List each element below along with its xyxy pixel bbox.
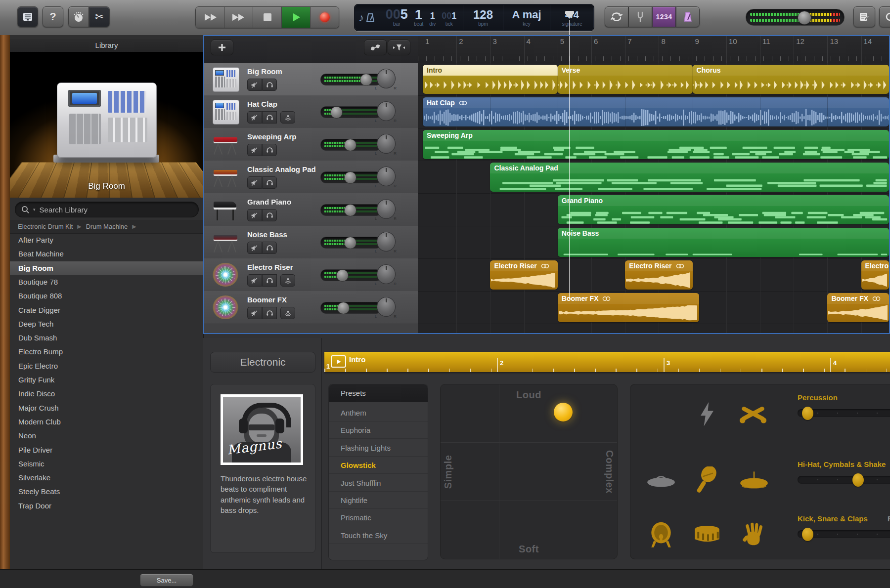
count-in-button[interactable]: 1234: [652, 6, 676, 27]
library-item[interactable]: Crate Digger: [10, 303, 203, 317]
preset-item[interactable]: Euphoria: [329, 421, 428, 439]
xy-pad[interactable]: Loud Soft Simple Complex: [440, 384, 618, 559]
mute-button[interactable]: [247, 242, 262, 254]
volume-knob[interactable]: [330, 106, 343, 119]
preset-item[interactable]: Nightlife: [329, 492, 428, 509]
play-button[interactable]: [282, 7, 311, 28]
drum-volume-slider[interactable]: [798, 409, 890, 417]
breadcrumb-item[interactable]: Electronic Drum Kit: [18, 223, 73, 230]
add-track-button[interactable]: [211, 40, 233, 55]
input-button[interactable]: [280, 111, 295, 124]
library-toggle-button[interactable]: [17, 6, 38, 27]
automation-button[interactable]: [364, 40, 387, 55]
editors-button[interactable]: ✂: [89, 6, 110, 27]
volume-slider[interactable]: [320, 302, 382, 314]
region-chorus[interactable]: Chorus: [693, 65, 889, 94]
track-header-classic-analog-pad[interactable]: Classic Analog PadLR: [203, 161, 418, 194]
solo-button[interactable]: [262, 274, 277, 287]
pan-knob[interactable]: LR: [374, 231, 397, 253]
maraca-icon[interactable]: [696, 466, 718, 495]
cycle-button[interactable]: [605, 6, 628, 27]
drumsticks-icon[interactable]: [739, 401, 767, 427]
cymbal-icon[interactable]: [739, 469, 769, 493]
library-item[interactable]: Seismic: [10, 457, 203, 471]
preset-item[interactable]: Prismatic: [329, 509, 428, 526]
track-header-hat-clap[interactable]: Hat ClapLR: [203, 95, 418, 128]
library-item[interactable]: Boutique 78: [10, 275, 203, 289]
record-button[interactable]: [311, 7, 339, 28]
drum-volume-slider[interactable]: [798, 530, 890, 538]
volume-slider[interactable]: [320, 171, 382, 183]
region-electro[interactable]: Electro: [861, 260, 889, 290]
volume-slider[interactable]: [320, 74, 382, 85]
solo-button[interactable]: [262, 242, 277, 254]
region-boomer-fx[interactable]: Boomer FX: [558, 293, 699, 322]
smart-controls-button[interactable]: [68, 6, 89, 27]
library-item[interactable]: Beat Machine: [10, 247, 203, 261]
library-item[interactable]: Gritty Funk: [10, 373, 203, 387]
volume-knob[interactable]: [360, 74, 372, 86]
library-item[interactable]: Deep Tech: [10, 317, 203, 331]
solo-button[interactable]: [262, 79, 277, 91]
track-header-electro-riser[interactable]: Electro RiserLR: [203, 258, 418, 292]
track-header-grand-piano[interactable]: Grand PianoLR: [203, 193, 418, 226]
mute-button[interactable]: [247, 79, 262, 91]
pan-knob[interactable]: LR: [374, 133, 397, 156]
drum-volume-knob[interactable]: [802, 407, 813, 420]
mute-button[interactable]: [247, 111, 262, 124]
region-classic-analog-pad[interactable]: Classic Analog Pad: [490, 163, 889, 192]
preset-item[interactable]: Anthem: [329, 404, 428, 421]
mute-button[interactable]: [247, 209, 262, 221]
timeline-ruler[interactable]: 1234567891011121314: [418, 35, 890, 63]
lcd-tempo[interactable]: 128bpm: [463, 4, 503, 31]
region-electro-riser[interactable]: Electro Riser: [490, 260, 557, 290]
snare-icon[interactable]: [693, 524, 721, 546]
volume-knob[interactable]: [344, 171, 356, 184]
solo-button[interactable]: [262, 307, 277, 319]
forward-button[interactable]: [224, 7, 253, 28]
lcd-mode-icon[interactable]: ♪: [355, 4, 379, 31]
mute-button[interactable]: [247, 144, 262, 156]
solo-button[interactable]: [262, 111, 277, 124]
input-button[interactable]: [280, 274, 295, 287]
library-item[interactable]: Boutique 808: [10, 289, 203, 303]
volume-knob[interactable]: [336, 269, 349, 282]
mini-timeline[interactable]: Intro 1234: [324, 352, 890, 372]
mute-button[interactable]: [247, 274, 262, 287]
kickdrum-icon[interactable]: [650, 521, 672, 549]
library-item[interactable]: Trap Door: [10, 499, 203, 513]
library-item[interactable]: Indie Disco: [10, 387, 203, 401]
lcd-position[interactable]: 005bar 1beat 1div 001tick: [379, 4, 463, 31]
pan-knob[interactable]: LR: [374, 166, 397, 188]
mute-button[interactable]: [247, 176, 262, 189]
library-item[interactable]: After Party: [10, 233, 203, 247]
breadcrumb-item[interactable]: Drum Machine: [86, 223, 128, 230]
lcd-key[interactable]: A majkey: [503, 4, 550, 31]
stop-button[interactable]: [253, 7, 282, 28]
track-header-big-room[interactable]: Big RoomLR: [203, 63, 418, 96]
solo-button[interactable]: [262, 144, 277, 156]
input-button[interactable]: [280, 307, 295, 319]
hand-icon[interactable]: [742, 522, 764, 548]
region-intro[interactable]: Intro: [423, 65, 558, 94]
library-item[interactable]: Neon: [10, 429, 203, 443]
save-button[interactable]: Save...: [140, 574, 193, 587]
volume-slider[interactable]: [320, 139, 382, 151]
pan-knob[interactable]: LR: [374, 100, 397, 123]
track-header-sweeping-arp[interactable]: Sweeping ArpLR: [203, 128, 418, 161]
library-item[interactable]: Dub Smash: [10, 331, 203, 345]
region-electro-riser[interactable]: Electro Riser: [625, 260, 692, 290]
catch-funnel-button[interactable]: [388, 40, 410, 55]
library-item[interactable]: Steely Beats: [10, 485, 203, 499]
region-verse[interactable]: Verse: [558, 65, 693, 94]
rewind-button[interactable]: [196, 7, 224, 28]
library-item[interactable]: Silverlake: [10, 471, 203, 485]
solo-button[interactable]: [262, 176, 277, 189]
search-dropdown-icon[interactable]: ▾: [33, 207, 36, 212]
library-item[interactable]: Modern Club: [10, 415, 203, 429]
section-play-button[interactable]: [331, 355, 346, 368]
volume-slider[interactable]: [320, 106, 382, 118]
volume-slider[interactable]: [320, 204, 382, 216]
lightning-icon[interactable]: [697, 401, 717, 427]
drum-volume-slider[interactable]: [798, 476, 890, 484]
